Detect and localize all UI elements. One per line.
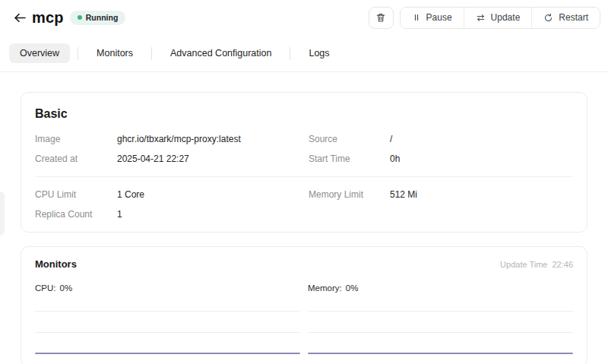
status-badge: Running bbox=[70, 11, 126, 25]
update-time-label: Update Time bbox=[500, 260, 547, 269]
gridline bbox=[308, 311, 573, 312]
field-label: CPU Limit bbox=[35, 189, 117, 200]
back-arrow-icon bbox=[13, 11, 27, 25]
cpu-value: 0% bbox=[59, 283, 72, 293]
tab-separator bbox=[78, 47, 78, 60]
basic-fields-bottom: CPU Limit 1 Core Memory Limit 512 Mi Rep… bbox=[35, 189, 573, 220]
tab-separator bbox=[151, 47, 152, 60]
memory-label: Memory: bbox=[308, 283, 342, 293]
field-value: 1 Core bbox=[117, 189, 309, 200]
field-value: 512 Mi bbox=[390, 189, 573, 200]
status-dot-icon bbox=[78, 15, 82, 20]
tab-advanced-configuration[interactable]: Advanced Configuration bbox=[160, 43, 282, 63]
pause-button[interactable]: Pause bbox=[401, 8, 464, 28]
header: mcp Running Pause Update bbox=[0, 0, 608, 35]
tab-overview[interactable]: Overview bbox=[9, 43, 70, 63]
field-value: ghcr.io/tbxark/mcp-proxy:latest bbox=[117, 134, 309, 144]
memory-chart-area bbox=[308, 301, 573, 354]
action-button-group: Pause Update Restart bbox=[400, 7, 600, 29]
monitors-panel-title: Monitors bbox=[35, 258, 77, 270]
field-label: Image bbox=[35, 134, 117, 144]
page-title: mcp bbox=[32, 9, 64, 27]
swap-arrows-icon bbox=[476, 13, 486, 23]
memory-data-line bbox=[308, 353, 573, 354]
delete-button[interactable] bbox=[369, 7, 394, 29]
tab-logs[interactable]: Logs bbox=[298, 43, 340, 63]
tab-bar: Overview Monitors Advanced Configuration… bbox=[0, 35, 608, 71]
left-edge-decoration bbox=[0, 191, 5, 236]
memory-value: 0% bbox=[346, 283, 359, 293]
restart-button-label: Restart bbox=[559, 12, 588, 23]
memory-chart: Memory: 0% bbox=[308, 283, 573, 354]
monitors-panel: Monitors Update Time 22:46 CPU: 0% bbox=[21, 246, 587, 364]
update-time-value: 22:46 bbox=[552, 260, 573, 269]
main-content: Basic Image ghcr.io/tbxark/mcp-proxy:lat… bbox=[0, 72, 608, 364]
basic-panel: Basic Image ghcr.io/tbxark/mcp-proxy:lat… bbox=[21, 92, 587, 233]
cpu-chart-area bbox=[35, 301, 300, 354]
field-label: Start Time bbox=[309, 154, 390, 164]
cpu-chart: CPU: 0% bbox=[35, 283, 300, 354]
cpu-chart-label: CPU: 0% bbox=[35, 283, 300, 293]
field-value: / bbox=[390, 134, 573, 144]
app-root: mcp Running Pause Update bbox=[0, 0, 608, 364]
gridline bbox=[35, 332, 300, 333]
monitor-charts: CPU: 0% Memory: 0% bbox=[35, 283, 573, 354]
field-label: Memory Limit bbox=[309, 189, 390, 200]
memory-chart-label: Memory: 0% bbox=[308, 283, 573, 293]
field-label: Replica Count bbox=[35, 209, 117, 220]
field-value: 0h bbox=[390, 154, 573, 164]
field-value: 2025-04-21 22:27 bbox=[117, 154, 309, 164]
status-label: Running bbox=[86, 13, 119, 22]
update-button-label: Update bbox=[491, 12, 521, 23]
monitors-panel-header: Monitors Update Time 22:46 bbox=[35, 258, 573, 270]
field-value: 1 bbox=[117, 209, 309, 220]
pause-icon bbox=[412, 13, 421, 22]
update-time: Update Time 22:46 bbox=[500, 260, 573, 269]
tab-separator bbox=[290, 47, 290, 60]
field-label: Source bbox=[309, 134, 390, 144]
basic-fields-top: Image ghcr.io/tbxark/mcp-proxy:latest So… bbox=[35, 134, 573, 164]
field-label-empty bbox=[309, 209, 390, 220]
field-label: Created at bbox=[35, 154, 117, 164]
basic-panel-title: Basic bbox=[35, 107, 573, 121]
trash-icon bbox=[375, 12, 386, 23]
pause-button-label: Pause bbox=[426, 12, 452, 23]
cpu-label: CPU: bbox=[35, 283, 55, 293]
restart-icon bbox=[543, 13, 553, 23]
gridline bbox=[308, 332, 573, 333]
restart-button[interactable]: Restart bbox=[531, 8, 600, 28]
back-button[interactable] bbox=[11, 8, 29, 27]
basic-section-divider bbox=[35, 176, 573, 177]
cpu-data-line bbox=[35, 353, 300, 354]
update-button[interactable]: Update bbox=[464, 8, 532, 28]
gridline bbox=[35, 311, 300, 312]
field-value-empty bbox=[390, 209, 573, 220]
tab-monitors[interactable]: Monitors bbox=[86, 43, 144, 63]
